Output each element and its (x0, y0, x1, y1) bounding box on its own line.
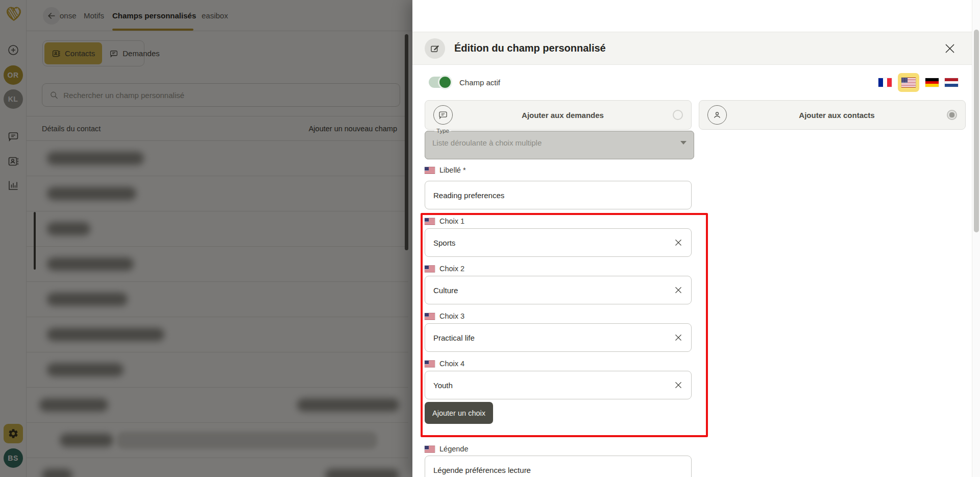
modal-header: Édition du champ personnalisé (412, 32, 980, 65)
flag-usa-icon (901, 78, 916, 87)
flag-usa-mini-icon (425, 446, 435, 452)
flag-netherlands-icon[interactable] (945, 78, 958, 87)
flag-france-icon[interactable] (878, 78, 892, 87)
choix-4-field (425, 371, 692, 399)
flag-usa-mini-icon (425, 266, 435, 272)
radio-contacts[interactable] (947, 110, 957, 120)
option-contacts-label: Ajouter aux contacts (727, 111, 947, 120)
edit-icon-circle (425, 38, 445, 59)
champ-actif-toggle[interactable] (429, 77, 451, 88)
modal-backdrop[interactable] (0, 0, 412, 477)
libelle-label: Libellé * (425, 166, 466, 174)
type-field-value: Liste déroulante à choix multiple (432, 138, 542, 147)
choix-1-input[interactable] (433, 238, 674, 247)
app-window: OR KL BS (0, 0, 980, 477)
choix-4-label: Choix 4 (425, 360, 464, 368)
legende-input[interactable] (433, 466, 683, 474)
choix-2-label: Choix 2 (425, 265, 464, 273)
legende-label: Légende (425, 445, 468, 453)
flag-usa-mini-icon (425, 361, 435, 367)
legende-field (425, 456, 692, 477)
person-circle-icon (707, 105, 727, 125)
remove-choice-icon[interactable] (674, 380, 683, 390)
flag-usa-selected[interactable] (898, 73, 919, 92)
choix-2-input[interactable] (433, 286, 674, 295)
option-add-to-contacts[interactable]: Ajouter aux contacts (699, 100, 966, 130)
chat-circle-icon (433, 105, 453, 125)
remove-choice-icon[interactable] (674, 285, 683, 295)
flag-germany-icon[interactable] (925, 78, 939, 87)
remove-choice-icon[interactable] (674, 333, 683, 342)
modal-scrollbar[interactable] (972, 0, 980, 477)
champ-actif-label: Champ actif (459, 78, 500, 87)
choix-2-field (425, 276, 692, 304)
flag-usa-mini-icon (425, 167, 435, 174)
choix-3-field (425, 323, 692, 352)
choix-3-input[interactable] (433, 333, 674, 342)
choix-3-label: Choix 3 (425, 312, 464, 320)
flag-usa-mini-icon (425, 313, 435, 320)
language-flags (878, 73, 958, 91)
libelle-input[interactable] (433, 191, 683, 200)
choix-1-field (425, 228, 692, 257)
choix-4-input[interactable] (433, 381, 674, 390)
edit-custom-field-modal: Édition du champ personnalisé Champ acti… (412, 0, 980, 477)
choix-1-label: Choix 1 (425, 217, 464, 225)
type-field-label: Type (434, 128, 451, 134)
field-active-row: Champ actif (429, 73, 500, 91)
libelle-field (425, 181, 692, 209)
option-demandes-label: Ajouter aux demandes (453, 111, 673, 120)
chevron-down-icon (680, 141, 687, 145)
option-add-to-demandes[interactable]: Ajouter aux demandes (425, 100, 692, 130)
add-choice-button[interactable]: Ajouter un choix (425, 402, 493, 424)
radio-demandes[interactable] (673, 110, 683, 120)
close-icon[interactable] (943, 42, 957, 55)
flag-usa-mini-icon (425, 218, 435, 225)
remove-choice-icon[interactable] (674, 238, 683, 247)
modal-title: Édition du champ personnalisé (454, 42, 606, 54)
type-select-field: Type Liste déroulante à choix multiple (425, 128, 694, 159)
edit-pencil-icon (430, 43, 440, 54)
